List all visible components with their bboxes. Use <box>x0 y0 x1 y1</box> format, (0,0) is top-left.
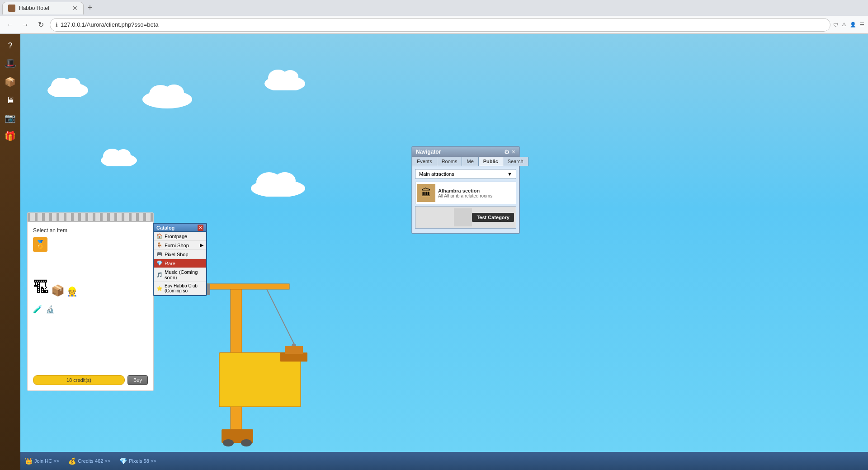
catalog-item-music[interactable]: 🎵 Music (Coming soon) <box>154 268 206 282</box>
forward-button[interactable]: → <box>19 19 32 31</box>
room-item-alhambra[interactable]: 🏛 Alhambra section All Alhambra related … <box>415 182 516 204</box>
svg-point-8 <box>282 70 298 84</box>
credits-item[interactable]: 💰 Credits 462 >> <box>68 457 110 465</box>
account-icon[interactable]: 👤 <box>850 22 856 28</box>
notebook-window: Select an item 🏅 🏗 📦 👷 🧪 🔬 test 18 credi… <box>27 212 154 391</box>
sidebar-item-room[interactable]: 🖥 <box>2 92 19 108</box>
warning-icon: ⚠ <box>842 22 846 28</box>
tab-search[interactable]: Search <box>503 157 528 166</box>
buy-button[interactable]: Buy <box>127 375 148 385</box>
svg-point-5 <box>164 85 184 101</box>
navigator-body: Main attractions ▼ 🏛 Alhambra section Al… <box>412 166 519 233</box>
nav-bar: ← → ↻ ℹ 🛡 ⚠ 👤 ☰ <box>0 16 868 34</box>
furniture-area: 🏗 📦 👷 <box>33 261 87 297</box>
furniture-sprite-3: 👷 <box>66 286 78 297</box>
pixels-label: Pixels 58 >> <box>129 458 156 464</box>
item-icon: 🏅 <box>33 237 47 252</box>
tab-me[interactable]: Me <box>462 157 478 166</box>
tab-favicon <box>8 5 15 12</box>
sidebar-item-photos[interactable]: 📷 <box>2 110 19 126</box>
navigator-close-button[interactable]: × <box>512 148 515 155</box>
catalog-menu: 🏠 Frontpage 🪑 Furni Shop ▶ 🎮 Pixel Shop … <box>154 232 206 295</box>
habbo-club-icon: ⭐ <box>156 286 163 291</box>
navigator-settings-icon[interactable]: ⚙ <box>504 148 510 155</box>
room-item-test-category[interactable]: Test Category <box>415 206 516 229</box>
url-input[interactable] <box>61 21 825 28</box>
catalog-item-pixel-shop[interactable]: 🎮 Pixel Shop <box>154 250 206 259</box>
cloud-5 <box>249 169 307 197</box>
tab-title: Habbo Hotel <box>19 5 49 11</box>
notebook-footer: 18 credit(s) Buy <box>33 375 148 385</box>
pixels-icon: 💎 <box>119 457 127 465</box>
frontpage-icon: 🏠 <box>156 233 163 239</box>
catalog-item-rare[interactable]: 💎 Rare <box>154 259 206 268</box>
browser-nav-right: 🛡 ⚠ 👤 ☰ <box>833 22 864 28</box>
test-category-thumbnail <box>454 208 472 226</box>
photos-icon: 📷 <box>4 112 17 124</box>
hc-icon: 👑 <box>25 457 33 465</box>
svg-point-2 <box>64 78 80 91</box>
select-item-label: Select an item <box>33 227 67 234</box>
gift-icon: 🎁 <box>4 130 17 142</box>
catalog-item-habbo-club[interactable]: ⭐ Buy Habbo Club (Coming so <box>154 282 206 295</box>
tab-events[interactable]: Events <box>412 157 437 166</box>
browser-tab[interactable]: Habbo Hotel ✕ <box>2 2 84 14</box>
security-icon: ℹ <box>56 22 58 28</box>
back-button[interactable]: ← <box>4 19 16 31</box>
test-category-button[interactable]: Test Category <box>472 213 514 222</box>
catalog-window: Catalog × 🏠 Frontpage 🪑 Furni Shop ▶ 🎮 P… <box>153 223 207 296</box>
tab-public[interactable]: Public <box>479 157 503 166</box>
tab-bar: Habbo Hotel ✕ + <box>0 0 868 16</box>
cloud-1 <box>45 75 90 97</box>
navigator-window: Navigator ⚙ × Events Rooms Me Public Sea… <box>411 146 520 234</box>
tab-close-button[interactable]: ✕ <box>72 5 78 12</box>
menu-icon[interactable]: ☰ <box>860 22 864 28</box>
alhambra-thumb-icon: 🏛 <box>421 187 431 199</box>
main-attractions-dropdown[interactable]: Main attractions ▼ <box>415 169 516 179</box>
dropdown-value: Main attractions <box>419 171 454 177</box>
navigator-title-bar: Navigator ⚙ × <box>412 147 519 157</box>
inventory-icon: 📦 <box>4 75 17 88</box>
room-icon: 🖥 <box>4 94 17 106</box>
small-items-area: 🧪 🔬 <box>33 305 55 314</box>
game-area: ? 🎩 📦 🖥 📷 🎁 Select an item 🏅 <box>0 34 868 470</box>
reload-button[interactable]: ↻ <box>34 19 47 31</box>
furni-shop-icon: 🪑 <box>156 242 163 248</box>
chevron-down-icon: ▼ <box>507 171 512 177</box>
sidebar-item-help[interactable]: ? <box>2 38 19 54</box>
small-item-1: 🧪 <box>33 305 42 314</box>
svg-rect-16 <box>199 284 289 289</box>
navigator-tabs: Events Rooms Me Public Search <box>412 157 519 166</box>
catalog-item-frontpage[interactable]: 🏠 Frontpage <box>154 232 206 241</box>
frontpage-label: Frontpage <box>165 234 187 239</box>
sidebar-item-avatar[interactable]: 🎩 <box>2 56 19 72</box>
address-bar: ℹ <box>50 18 830 32</box>
svg-point-11 <box>116 149 131 161</box>
catalog-close-button[interactable]: × <box>198 225 203 231</box>
new-tab-button[interactable]: + <box>84 2 96 14</box>
pixels-item[interactable]: 💎 Pixels 58 >> <box>119 457 156 465</box>
avatar-icon: 🎩 <box>4 57 17 70</box>
pixel-shop-icon: 🎮 <box>156 251 163 257</box>
rare-icon: 💎 <box>156 260 163 266</box>
music-icon: 🎵 <box>156 272 163 278</box>
shield-icon: 🛡 <box>833 22 838 28</box>
tab-rooms[interactable]: Rooms <box>437 157 462 166</box>
catalog-title: Catalog <box>156 225 175 230</box>
svg-point-21 <box>223 439 234 446</box>
join-hc-item[interactable]: 👑 Join HC >> <box>25 457 59 465</box>
rare-label: Rare <box>165 261 175 266</box>
cloud-4 <box>99 146 139 166</box>
furni-shop-arrow: ▶ <box>200 242 203 248</box>
credits-button[interactable]: 18 credit(s) <box>33 375 125 385</box>
sidebar-item-gift[interactable]: 🎁 <box>2 128 19 144</box>
svg-point-22 <box>241 439 252 446</box>
sidebar-item-inventory[interactable]: 📦 <box>2 74 19 90</box>
alhambra-thumbnail: 🏛 <box>417 184 435 202</box>
left-sidebar: ? 🎩 📦 🖥 📷 🎁 <box>0 34 20 470</box>
furniture-sprite-1: 🏗 <box>33 278 49 297</box>
catalog-item-furni-shop[interactable]: 🪑 Furni Shop ▶ <box>154 241 206 250</box>
furni-shop-label: Furni Shop <box>165 243 189 248</box>
cloud-3 <box>262 68 307 90</box>
browser-chrome: Habbo Hotel ✕ + ← → ↻ ℹ 🛡 ⚠ 👤 ☰ <box>0 0 868 34</box>
